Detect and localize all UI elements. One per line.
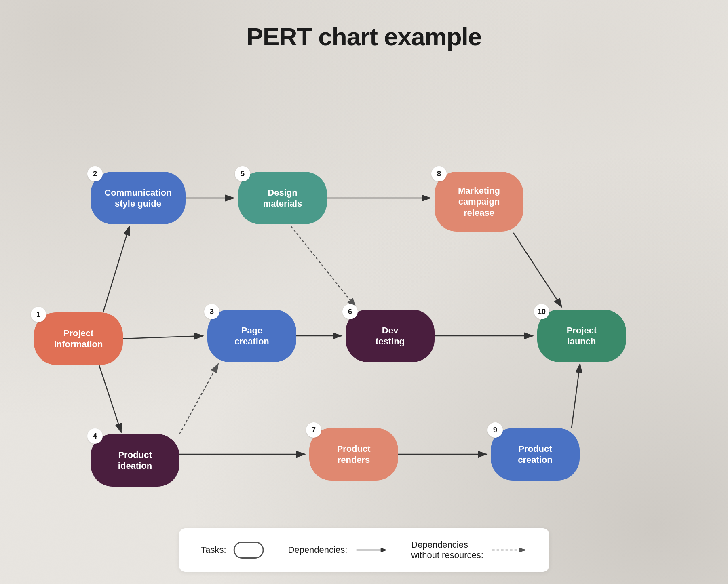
node-9: 9Product creation	[491, 428, 580, 481]
legend-tasks: Tasks:	[201, 542, 264, 559]
legend-dependencies-no-resources: Dependencies without resources:	[411, 540, 527, 561]
node-3: 3Page creation	[207, 310, 296, 362]
legend-dependencies: Dependencies:	[288, 545, 387, 555]
node-number-10: 10	[534, 304, 549, 319]
node-number-3: 3	[204, 304, 219, 319]
svg-line-11	[513, 233, 562, 307]
node-label-1: Project information	[54, 328, 103, 350]
svg-line-0	[103, 226, 129, 312]
svg-line-8	[291, 226, 356, 307]
node-label-9: Product creation	[518, 443, 553, 466]
legend-task-shape	[234, 542, 264, 559]
legend-tasks-label: Tasks:	[201, 545, 226, 555]
chart-area: 1Project information2Communication style…	[0, 69, 728, 503]
node-box-6: 6Dev testing	[346, 310, 435, 362]
node-box-10: 10Project launch	[537, 310, 626, 362]
node-box-4: 4Product ideation	[91, 434, 179, 487]
node-number-2: 2	[87, 166, 103, 181]
page-title: PERT chart example	[0, 0, 728, 51]
node-label-7: Product renders	[337, 443, 370, 466]
node-label-5: Design materials	[263, 187, 302, 209]
node-number-1: 1	[31, 307, 46, 322]
svg-line-2	[99, 365, 121, 432]
node-7: 7Product renders	[309, 428, 398, 481]
node-number-4: 4	[87, 428, 103, 444]
node-label-2: Communication style guide	[104, 187, 171, 209]
svg-line-12	[572, 364, 580, 428]
node-box-1: 1Project information	[34, 312, 123, 365]
node-4: 4Product ideation	[91, 434, 179, 487]
node-6: 6Dev testing	[346, 310, 435, 362]
node-label-4: Product ideation	[118, 449, 152, 472]
legend-arrow-solid-icon	[355, 545, 387, 555]
node-label-6: Dev testing	[376, 325, 405, 347]
node-number-8: 8	[431, 166, 447, 181]
svg-line-1	[123, 336, 203, 339]
legend-dependencies-label: Dependencies:	[288, 545, 348, 555]
node-label-8: Marketing campaign release	[458, 185, 500, 219]
node-box-9: 9Product creation	[491, 428, 580, 481]
node-number-5: 5	[235, 166, 250, 181]
node-number-6: 6	[342, 304, 358, 319]
node-box-2: 2Communication style guide	[91, 172, 186, 224]
node-label-10: Project launch	[567, 325, 597, 347]
legend-arrow-dotted-icon	[491, 545, 527, 555]
node-label-3: Page creation	[234, 325, 269, 347]
node-1: 1Project information	[34, 312, 123, 365]
node-box-8: 8Marketing campaign release	[435, 172, 523, 232]
node-box-3: 3Page creation	[207, 310, 296, 362]
node-number-7: 7	[306, 422, 321, 438]
node-number-9: 9	[487, 422, 503, 438]
node-5: 5Design materials	[238, 172, 327, 224]
node-box-7: 7Product renders	[309, 428, 398, 481]
node-8: 8Marketing campaign release	[435, 172, 523, 232]
node-10: 10Project launch	[537, 310, 626, 362]
svg-line-5	[179, 364, 218, 434]
node-box-5: 5Design materials	[238, 172, 327, 224]
legend: Tasks: Dependencies: Dependencies withou…	[179, 528, 549, 572]
node-2: 2Communication style guide	[91, 172, 186, 224]
